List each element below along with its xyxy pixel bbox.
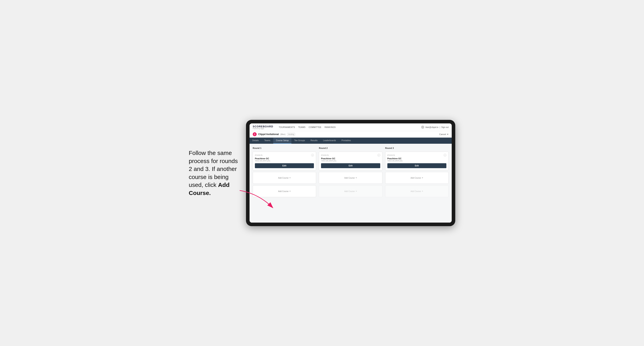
nav-rankings[interactable]: RANKINGS — [324, 126, 336, 128]
tab-details[interactable]: Details — [250, 138, 262, 144]
nav-tournaments[interactable]: TOURNAMENTS — [279, 126, 295, 128]
tab-tee-groups[interactable]: Tee Groups — [292, 138, 308, 144]
r3-course-a-label: (Course A) — [387, 154, 395, 156]
tournament-gender: (Men) — [280, 133, 286, 136]
r2-course-name: Peachtree GC — [321, 157, 380, 160]
sub-header-left: C Clippd Invitational (Men) Hosting — [253, 132, 295, 136]
r2-course-a-label: (Course A) — [321, 154, 328, 156]
instruction-panel: Follow the same process for rounds 2 and… — [189, 149, 244, 197]
course-remove-button[interactable]: ○ — [311, 154, 314, 157]
tab-teams[interactable]: Teams — [262, 138, 273, 144]
tab-bar: Details Teams Course Setup Tee Groups Re… — [250, 138, 452, 144]
sign-out-link[interactable]: Sign out — [441, 126, 448, 128]
tablet-shell: SCOREBOARD Powered by clippd TOURNAMENTS… — [246, 120, 455, 226]
r3-course-edit-button[interactable]: Edit — [387, 163, 446, 168]
round-2-course-card: (Course A) ○ Peachtree GC Yellow (M) (66… — [319, 152, 382, 170]
card-header: (Course A) ○ — [255, 154, 314, 157]
course-name: Peachtree GC — [255, 157, 314, 160]
sub-header: C Clippd Invitational (Men) Hosting Canc… — [250, 131, 452, 138]
r2-course-details: Yellow (M) (6629 yds) — [321, 160, 380, 162]
hosting-badge: Hosting — [287, 133, 295, 136]
tab-course-setup[interactable]: Course Setup — [273, 138, 292, 144]
nav-teams[interactable]: TEAMS — [298, 126, 306, 128]
round-1-course-card: (Course A) ○ Peachtree GC Yellow (M) (66… — [253, 152, 316, 170]
add-course-button-r3-1[interactable]: Add Course + — [385, 172, 448, 184]
tab-printables[interactable]: Printables — [339, 138, 354, 144]
logo-title: SCOREBOARD — [253, 125, 273, 128]
tournament-name: Clippd Invitational — [258, 133, 279, 136]
round-1-column: Round 1 (Course A) ○ Peachtree GC Yellow… — [253, 147, 316, 197]
card-header-r3: (Course A) ○ — [387, 154, 446, 157]
nav-links: TOURNAMENTS TEAMS COMMITTEE RANKINGS — [279, 126, 417, 128]
main-content: Round 1 (Course A) ○ Peachtree GC Yellow… — [250, 144, 452, 223]
cancel-button[interactable]: Cancel ✕ — [439, 133, 448, 136]
r3-course-name: Peachtree GC — [387, 157, 446, 160]
tab-leaderboards[interactable]: Leaderboards — [320, 138, 339, 144]
add-course-button-r3-2: Add Course + — [385, 185, 448, 197]
user-area: blair@clippd.io | Sign out — [421, 126, 448, 129]
add-course-button-r1-2[interactable]: Add Course + — [253, 185, 316, 197]
round-3-title: Round 3 — [385, 147, 448, 149]
r2-course-remove-button[interactable]: ○ — [378, 154, 380, 157]
round-2-column: Round 2 (Course A) ○ Peachtree GC Yellow… — [319, 147, 382, 197]
tablet-container: SCOREBOARD Powered by clippd TOURNAMENTS… — [246, 120, 455, 226]
avatar — [421, 126, 424, 129]
user-email: blair@clippd.io — [426, 126, 438, 128]
r2-course-edit-button[interactable]: Edit — [321, 163, 380, 168]
r3-course-details: Yellow (M) (6629 yds) — [387, 160, 446, 162]
instruction-text: Follow the same process for rounds 2 and… — [189, 149, 240, 197]
app-logo: SCOREBOARD Powered by clippd — [253, 125, 273, 129]
add-course-button-r2-2: Add Course + — [319, 185, 382, 197]
round-2-title: Round 2 — [319, 147, 382, 149]
logo-subtitle: Powered by clippd — [253, 128, 273, 129]
course-details: Yellow (M) (6629 yds) — [255, 160, 314, 162]
card-header-r2: (Course A) ○ — [321, 154, 380, 157]
nav-committee[interactable]: COMMITTEE — [308, 126, 322, 128]
top-navigation: SCOREBOARD Powered by clippd TOURNAMENTS… — [250, 123, 452, 131]
rounds-grid: Round 1 (Course A) ○ Peachtree GC Yellow… — [253, 147, 448, 197]
add-course-button-r2-1[interactable]: Add Course + — [319, 172, 382, 184]
round-1-title: Round 1 — [253, 147, 316, 149]
round-3-column: Round 3 (Course A) ○ Peachtree GC Yellow… — [385, 147, 448, 197]
course-a-label: (Course A) — [255, 154, 262, 156]
course-edit-button[interactable]: Edit — [255, 163, 314, 168]
r3-course-remove-button[interactable]: ○ — [444, 154, 446, 157]
separator: | — [440, 126, 440, 128]
add-course-button-r1-1[interactable]: Add Course + — [253, 172, 316, 184]
tab-results[interactable]: Results — [308, 138, 320, 144]
round-3-course-card: (Course A) ○ Peachtree GC Yellow (M) (66… — [385, 152, 448, 170]
tablet-screen: SCOREBOARD Powered by clippd TOURNAMENTS… — [250, 123, 452, 223]
clippd-logo: C — [253, 132, 257, 136]
